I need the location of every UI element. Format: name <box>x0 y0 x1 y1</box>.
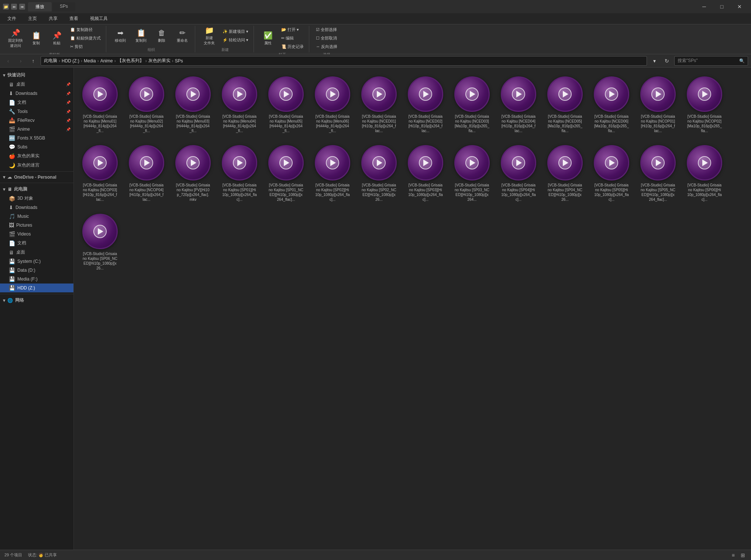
sidebar-item-downloads[interactable]: ⬇ Downloads <box>0 203 73 212</box>
file-item[interactable]: [VCB-Studio] Grisaia no Kajitsu [SP06_NC… <box>80 211 120 274</box>
deselect-all-button[interactable]: ☐ 全部取消 <box>314 34 340 42</box>
invert-selection-button[interactable]: ↔ 反向选择 <box>314 43 340 51</box>
play-button[interactable] <box>326 87 339 101</box>
file-item[interactable]: [VCB-Studio] Grisaia no Kajitsu [Menu04]… <box>219 73 260 136</box>
file-item[interactable]: [VCB-Studio] Grisaia no Kajitsu [Menu05]… <box>266 73 306 136</box>
rename-button[interactable]: ✏ 重命名 <box>173 26 192 45</box>
play-button[interactable] <box>512 156 525 169</box>
paste-button[interactable]: 📌 粘贴 <box>47 29 66 48</box>
new-folder-button[interactable]: 📁 新建文件夹 <box>200 26 219 45</box>
play-button[interactable] <box>186 87 200 101</box>
file-item[interactable]: [VCB-Studio] Grisaia no Kajitsu [Menu01]… <box>80 73 120 136</box>
file-item[interactable]: [VCB-Studio] Grisaia no Kajitsu [Menu06]… <box>312 73 353 136</box>
sidebar-item-music[interactable]: 🎵 Music <box>0 212 73 221</box>
file-item[interactable]: [VCB-Studio] Grisaia no Kajitsu [NCOP04]… <box>126 142 167 205</box>
tab-sps[interactable]: SPs <box>52 2 75 11</box>
sidebar-section-this-pc[interactable]: ▾ 🖥 此电脑 <box>0 185 73 194</box>
file-item[interactable]: [VCB-Studio] Grisaia no Kajitsu [SP03_NC… <box>452 142 492 205</box>
sidebar-item-desktop-pc[interactable]: 🖥 桌面 <box>0 248 73 257</box>
sidebar-item-hdd-z[interactable]: 💾 HDD (Z:) <box>0 284 73 292</box>
path-part-1[interactable]: HDD (Z:) <box>62 58 79 63</box>
play-button[interactable] <box>558 87 572 101</box>
file-item[interactable]: [VCB-Studio] Grisaia no Kajitsu [SP03][H… <box>405 142 446 205</box>
sidebar-item-system-c[interactable]: 💾 System (C:) <box>0 257 73 266</box>
file-item[interactable]: [VCB-Studio] Grisaia no Kajitsu [SP04][H… <box>498 142 539 205</box>
path-part-4[interactable]: 【灰色系列】 <box>117 58 144 64</box>
play-button[interactable] <box>651 156 665 169</box>
address-path[interactable]: 此电脑 › HDD (Z:) › Media › Anime › 【灰色系列】 … <box>41 56 647 66</box>
open-button[interactable]: 📂 打开 ▾ <box>279 26 306 34</box>
sidebar-item-documents-pc[interactable]: 📄 文档 <box>0 238 73 248</box>
sidebar-item-3d[interactable]: 📦 3D 对象 <box>0 194 73 203</box>
delete-button[interactable]: 🗑 删除 <box>152 26 171 45</box>
edit-button[interactable]: ✏ 编辑 <box>279 34 306 42</box>
select-all-button[interactable]: ☑ 全部选择 <box>314 26 340 34</box>
file-item[interactable]: [VCB-Studio] Grisaia no Kajitsu [Menu02]… <box>126 73 167 136</box>
sidebar-item-grisaia-maze[interactable]: 🌙 灰色的迷宫 <box>0 161 73 170</box>
sidebar-item-desktop[interactable]: 🖥 桌面 📌 <box>0 80 73 89</box>
close-button[interactable]: ✕ <box>731 0 748 13</box>
file-item[interactable]: [VCB-Studio] Grisaia no Kajitsu [SP01][H… <box>219 142 260 205</box>
details-view-button[interactable]: ≡ <box>730 552 736 559</box>
play-button[interactable] <box>279 87 293 101</box>
play-button[interactable] <box>233 87 246 101</box>
copy-to-button[interactable]: 📋 复制到 <box>131 26 151 45</box>
sidebar-item-media-f[interactable]: 💾 Media (F:) <box>0 275 73 284</box>
play-button[interactable] <box>326 156 339 169</box>
sidebar-item-subs[interactable]: 💬 Subs <box>0 142 73 151</box>
file-item[interactable]: [VCB-Studio] Grisaia no Kajitsu [SP02_NC… <box>359 142 399 205</box>
tab-play[interactable]: 播放 <box>28 2 52 11</box>
sidebar-item-videos[interactable]: 🎬 Videos <box>0 230 73 238</box>
easy-access-button[interactable]: ⚡ 轻松访问 ▾ <box>220 36 251 44</box>
file-item[interactable]: [VCB-Studio] Grisaia no Kajitsu [NCOP02]… <box>684 73 725 136</box>
file-item[interactable]: [VCB-Studio] Grisaia no Kajitsu [Menu03]… <box>173 73 213 136</box>
ribbon-tab-video[interactable]: 视频工具 <box>84 13 114 24</box>
path-part-0[interactable]: 此电脑 <box>44 58 57 64</box>
file-item[interactable]: [VCB-Studio] Grisaia no Kajitsu [SP06][H… <box>684 142 725 205</box>
file-item[interactable]: [VCB-Studio] Grisaia no Kajitsu [SP05_NC… <box>638 142 678 205</box>
sidebar-item-grisaia-fruit[interactable]: 🍎 灰色的果实 <box>0 151 73 161</box>
cut-button[interactable]: ✂ 剪切 <box>68 43 103 51</box>
play-button[interactable] <box>372 156 386 169</box>
refresh-button[interactable]: ↻ <box>662 56 672 66</box>
file-item[interactable]: [VCB-Studio] Grisaia no Kajitsu [NCED06]… <box>591 73 632 136</box>
expand-address-button[interactable]: ▾ <box>649 56 659 66</box>
play-button[interactable] <box>419 87 432 101</box>
back-button[interactable]: ‹ <box>3 56 13 66</box>
sidebar-section-network[interactable]: ▾ 🌐 网络 <box>0 296 73 305</box>
sidebar-item-tools[interactable]: 🔧 Tools 📌 <box>0 107 73 116</box>
play-button[interactable] <box>93 156 107 169</box>
play-button[interactable] <box>140 156 153 169</box>
file-item[interactable]: [VCB-Studio] Grisaia no Kajitsu [NCED03]… <box>452 73 492 136</box>
minimize-button[interactable]: ─ <box>696 0 713 13</box>
copy-path-button[interactable]: 📋 复制路径 <box>68 26 103 34</box>
large-icons-view-button[interactable]: ⊞ <box>739 552 747 559</box>
sidebar-item-documents[interactable]: 📄 文档 📌 <box>0 98 73 107</box>
ribbon-tab-home[interactable]: 主页 <box>22 13 43 24</box>
ribbon-tab-view[interactable]: 查看 <box>63 13 84 24</box>
play-button[interactable] <box>605 156 618 169</box>
play-button[interactable] <box>465 156 479 169</box>
play-button[interactable] <box>698 156 711 169</box>
play-button[interactable] <box>698 87 711 101</box>
copy-button[interactable]: 📋 复制 <box>27 29 46 48</box>
sidebar-item-fonts[interactable]: 🔤 Fonts X 55GB <box>0 134 73 142</box>
file-item[interactable]: [VCB-Studio] Grisaia no Kajitsu [SP01_NC… <box>266 142 306 205</box>
maximize-button[interactable]: □ <box>713 0 730 13</box>
play-button[interactable] <box>372 87 386 101</box>
path-part-3[interactable]: Anime <box>100 58 113 63</box>
play-button[interactable] <box>512 87 525 101</box>
play-button[interactable] <box>558 156 572 169</box>
play-button[interactable] <box>279 156 293 169</box>
ribbon-tab-share[interactable]: 共享 <box>43 13 63 24</box>
sidebar-item-filerecv[interactable]: 📥 FileRecv 📌 <box>0 116 73 125</box>
sidebar-section-onedrive[interactable]: ▾ ☁ OneDrive - Personal <box>0 173 73 181</box>
play-button[interactable] <box>651 87 665 101</box>
file-item[interactable]: [VCB-Studio] Grisaia no Kajitsu [NCED04]… <box>498 73 539 136</box>
path-part-2[interactable]: Media <box>84 58 96 63</box>
search-box[interactable]: 搜索"SPs" 🔍 <box>674 56 748 66</box>
sidebar-section-quick-access[interactable]: ▾ 快速访问 <box>0 71 73 80</box>
file-item[interactable]: [VCB-Studio] Grisaia no Kajitsu [SP04_NC… <box>545 142 585 205</box>
file-item[interactable]: [VCB-Studio] Grisaia no Kajitsu [SP02][H… <box>312 142 353 205</box>
play-button[interactable] <box>140 87 153 101</box>
